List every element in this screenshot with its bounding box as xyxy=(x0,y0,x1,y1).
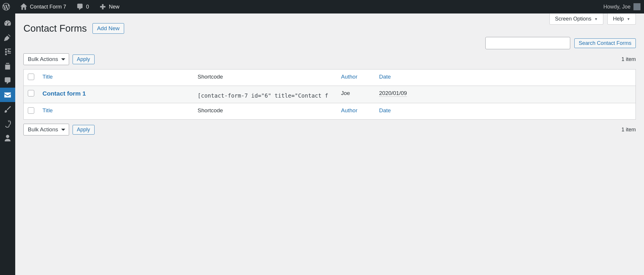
item-count: 1 item xyxy=(621,127,636,133)
author-cell: Joe xyxy=(341,90,350,96)
bulk-actions-select[interactable]: Bulk Actions xyxy=(23,124,69,135)
comments-icon xyxy=(4,77,12,85)
apply-button[interactable]: Apply xyxy=(73,125,95,135)
apply-button[interactable]: Apply xyxy=(73,55,95,64)
comments-button[interactable]: 0 xyxy=(74,0,91,13)
bulk-actions-top: Bulk Actions Apply 1 item xyxy=(23,53,636,65)
admin-bar-right[interactable]: Howdy, Joe xyxy=(603,3,640,10)
sidebar-item-appearance[interactable] xyxy=(0,102,15,116)
item-count: 1 item xyxy=(621,56,636,62)
site-name-label: Contact Form 7 xyxy=(30,4,66,10)
sidebar-item-pages[interactable] xyxy=(0,59,15,73)
top-tabs: Screen Options ▼ Help ▼ xyxy=(549,13,636,25)
home-icon xyxy=(20,3,28,11)
wp-logo-button[interactable] xyxy=(0,0,12,13)
sidebar-item-media[interactable] xyxy=(0,45,15,59)
col-title[interactable]: Title xyxy=(38,69,193,86)
sidebar-item-comments[interactable] xyxy=(0,73,15,88)
help-label: Help xyxy=(613,16,624,22)
brush-icon xyxy=(4,105,12,113)
sidebar-item-posts[interactable] xyxy=(0,30,15,45)
search-button[interactable]: Search Contact Forms xyxy=(574,38,636,48)
sidebar-item-dashboard[interactable] xyxy=(0,16,15,30)
howdy-label: Howdy, Joe xyxy=(603,4,631,10)
date-cell: 2020/01/09 xyxy=(379,90,407,97)
mail-icon xyxy=(4,91,12,99)
forms-table: Title Shortcode Author Date Contact form… xyxy=(23,69,636,120)
new-button[interactable]: New xyxy=(97,0,122,13)
page-title: Contact Forms xyxy=(23,23,87,34)
comment-count: 0 xyxy=(86,4,89,10)
search-row: Search Contact Forms xyxy=(23,37,636,49)
add-new-button[interactable]: Add New xyxy=(93,23,124,34)
home-button[interactable]: Contact Form 7 xyxy=(18,0,68,13)
col-title[interactable]: Title xyxy=(38,103,193,119)
bulk-left: Bulk Actions Apply xyxy=(23,124,95,135)
plug-icon xyxy=(4,120,12,128)
col-author[interactable]: Author xyxy=(337,103,375,119)
content-area: Screen Options ▼ Help ▼ Contact Forms Ad… xyxy=(15,13,644,144)
help-tab[interactable]: Help ▼ xyxy=(607,13,636,25)
col-author[interactable]: Author xyxy=(337,69,375,86)
bulk-left: Bulk Actions Apply xyxy=(23,53,95,65)
caret-down-icon: ▼ xyxy=(594,17,598,21)
col-date[interactable]: Date xyxy=(375,103,636,119)
user-icon xyxy=(4,134,12,142)
comment-icon xyxy=(76,3,84,11)
admin-bar: Contact Form 7 0 New Howdy, Joe xyxy=(0,0,644,13)
search-input[interactable] xyxy=(485,37,570,49)
pages-icon xyxy=(4,62,12,70)
page-header: Contact Forms Add New xyxy=(23,13,636,34)
caret-down-icon: ▼ xyxy=(627,17,630,21)
table-row: Contact form 1 [contact-form-7 id="6" ti… xyxy=(24,86,636,103)
col-shortcode: Shortcode xyxy=(193,69,337,86)
pin-icon xyxy=(4,33,12,42)
col-date[interactable]: Date xyxy=(375,69,636,86)
new-label: New xyxy=(109,4,119,10)
shortcode-text[interactable]: [contact-form-7 id="6" title="Contact f xyxy=(198,90,333,99)
row-checkbox[interactable] xyxy=(28,90,34,96)
select-all-checkbox-bottom[interactable] xyxy=(28,107,34,114)
admin-sidebar xyxy=(0,13,15,144)
screen-options-tab[interactable]: Screen Options ▼ xyxy=(549,13,603,25)
bulk-actions-select[interactable]: Bulk Actions xyxy=(23,53,69,65)
select-all-checkbox[interactable] xyxy=(28,74,34,80)
bulk-actions-bottom: Bulk Actions Apply 1 item xyxy=(23,124,636,135)
admin-bar-left: Contact Form 7 0 New xyxy=(0,0,122,13)
col-shortcode: Shortcode xyxy=(193,103,337,119)
dashboard-icon xyxy=(4,19,12,27)
plus-icon xyxy=(99,3,107,11)
avatar xyxy=(633,3,640,10)
sidebar-item-contact[interactable] xyxy=(0,88,15,102)
media-icon xyxy=(4,48,12,56)
sidebar-item-plugins[interactable] xyxy=(0,116,15,131)
screen-options-label: Screen Options xyxy=(555,16,591,22)
sidebar-item-users[interactable] xyxy=(0,131,15,144)
form-title-link[interactable]: Contact form 1 xyxy=(42,90,86,97)
wordpress-icon xyxy=(2,3,10,11)
